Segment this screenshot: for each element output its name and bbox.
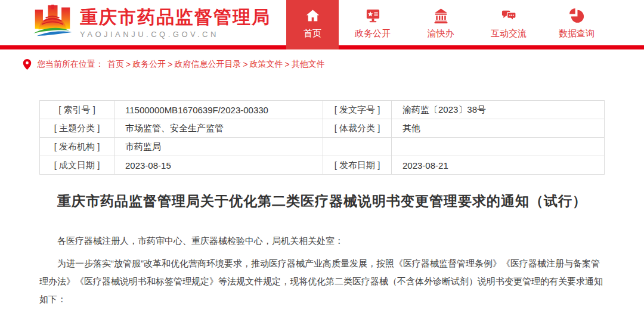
location-pin-icon xyxy=(23,58,32,70)
pie-chart-icon xyxy=(569,8,585,24)
document-content: [ 索引号 ] 11500000MB1670639F/2023-00330 [ … xyxy=(39,100,605,313)
tab-label: 互动交流 xyxy=(491,28,527,39)
breadcrumb-item-gov-info[interactable]: 政务公开 xyxy=(132,59,166,70)
tab-label: 数据查询 xyxy=(559,28,595,39)
meta-label-publisher: [ 发布机构 ] xyxy=(40,138,114,156)
site-title: 重庆市药品监督管理局 xyxy=(80,7,271,27)
tab-data-query[interactable]: 数据查询 xyxy=(543,0,611,49)
meta-label-index-no: [ 索引号 ] xyxy=(40,101,114,119)
table-row: [ 索引号 ] 11500000MB1670639F/2023-00330 [ … xyxy=(40,101,605,119)
monitor-star-icon xyxy=(365,8,381,24)
tab-label: 政务公开 xyxy=(355,28,391,39)
table-row: [ 成文日期 ] 2023-08-15 [ 发布日期 ] 2023-08-21 xyxy=(40,156,605,175)
meta-value-publisher: 市药监局 xyxy=(114,138,323,156)
meta-value-empty xyxy=(392,138,605,156)
meta-label-publish-date: [ 发布日期 ] xyxy=(323,156,392,175)
tab-label: 渝快办 xyxy=(428,28,454,39)
meta-label-empty xyxy=(323,138,392,156)
meta-value-publish-date: 2023-08-21 xyxy=(392,156,605,175)
article-paragraph-salutation: 各医疗器械注册人，市药审中心、重庆器械检验中心，局机关相关处室： xyxy=(39,232,605,250)
breadcrumb: 您当前所在位置： 首页 > 政务公开 > 政府信息公开目录 > 政策文件 > 其… xyxy=(0,49,644,78)
tab-gov-info[interactable]: 政务公开 xyxy=(339,0,407,49)
meta-label-genre: [ 体裁分类 ] xyxy=(323,119,392,138)
breadcrumb-item-policy-files[interactable]: 政策文件 xyxy=(250,59,283,70)
building-logo-icon xyxy=(32,4,73,41)
tab-interaction[interactable]: 互动交流 xyxy=(475,0,543,49)
meta-value-doc-no: 渝药监〔2023〕38号 xyxy=(392,101,605,119)
meta-label-topic: [ 主题分类 ] xyxy=(40,119,114,138)
meta-value-written-date: 2023-08-15 xyxy=(114,156,323,175)
meta-label-doc-no: [ 发文字号 ] xyxy=(323,101,392,119)
meta-value-index-no: 11500000MB1670639F/2023-00330 xyxy=(114,101,323,119)
breadcrumb-prefix: 您当前所在位置： xyxy=(37,59,104,70)
breadcrumb-item-home[interactable]: 首页 xyxy=(107,59,124,70)
meta-value-genre: 其他 xyxy=(392,119,605,138)
site-header: 重庆市药品监督管理局 YAOJIANJU.CQ.GOV.CN 首页 xyxy=(0,0,644,49)
article-body: 各医疗器械注册人，市药审中心、重庆器械检验中心，局机关相关处室： 为进一步落实“… xyxy=(39,232,605,313)
main-nav: 首页 政务公开 xyxy=(286,0,611,49)
breadcrumb-separator: > xyxy=(285,60,290,69)
site-url: YAOJIANJU.CQ.GOV.CN xyxy=(80,30,271,39)
table-row: [ 主题分类 ] 市场监管、安全生产监管 [ 体裁分类 ] 其他 xyxy=(40,119,605,138)
breadcrumb-item-directory[interactable]: 政府信息公开目录 xyxy=(174,59,241,70)
tab-home[interactable]: 首页 xyxy=(286,0,339,49)
breadcrumb-separator: > xyxy=(243,60,247,69)
breadcrumb-separator: > xyxy=(168,60,172,69)
tab-yukuaiban[interactable]: 渝快办 xyxy=(407,0,475,49)
home-icon xyxy=(305,8,321,24)
bank-icon xyxy=(433,8,449,24)
tab-label: 首页 xyxy=(304,28,321,39)
table-row: [ 发布机构 ] 市药监局 xyxy=(40,138,605,156)
breadcrumb-separator: > xyxy=(126,60,131,69)
document-meta-table: [ 索引号 ] 11500000MB1670639F/2023-00330 [ … xyxy=(39,100,605,175)
meta-label-written-date: [ 成文日期 ] xyxy=(40,156,114,175)
chat-bubbles-icon xyxy=(501,8,517,24)
article-title: 重庆市药品监督管理局关于优化第二类医疗器械说明书变更管理要求的通知（试行） xyxy=(39,192,605,210)
site-logo[interactable]: 重庆市药品监督管理局 YAOJIANJU.CQ.GOV.CN xyxy=(32,0,271,45)
breadcrumb-item-other-files[interactable]: 其他文件 xyxy=(292,59,325,70)
meta-value-topic: 市场监管、安全生产监管 xyxy=(114,119,323,138)
article-paragraph-intro: 为进一步落实“放管服”改革和优化营商环境要求，推动医疗器械产业高质量发展，按照《… xyxy=(39,255,605,308)
